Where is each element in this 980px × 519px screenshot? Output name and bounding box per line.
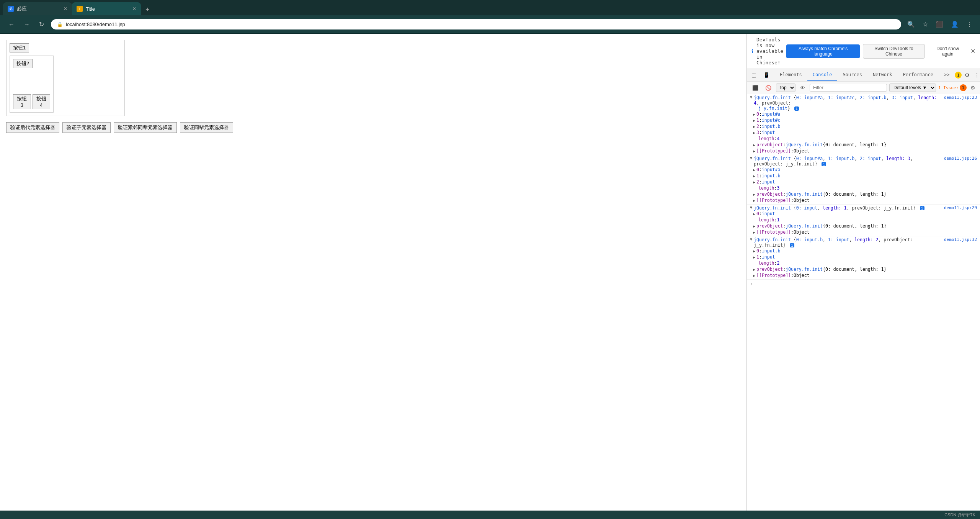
- expand-arrow-3[interactable]: ▼: [750, 237, 752, 241]
- devtools-tab-right: 1 ⚙ ⋮ ✕: [955, 70, 980, 80]
- bottom-buttons: 按钮3 按钮4: [13, 94, 50, 109]
- entry-header-3: ▼ jQuery.fn.init {0: input.b, 1: input, …: [750, 237, 977, 248]
- tab-title[interactable]: T Title ✕: [72, 2, 141, 15]
- prop-line-1-0: ▶0: input#a: [750, 167, 977, 173]
- console-entry-1: ▼ jQuery.fn.init {0: input#a, 1: input.b…: [747, 155, 980, 205]
- console-input-row: ›: [747, 280, 980, 288]
- devtools-panel: ℹ DevTools is now available in Chinese! …: [746, 34, 980, 511]
- action-btn-0[interactable]: 验证后代元素选择器: [6, 122, 59, 133]
- devtools-dock-left-button[interactable]: ⬛: [750, 84, 761, 92]
- menu-button[interactable]: ⋮: [965, 19, 974, 29]
- tab-favicon-title: T: [77, 6, 83, 12]
- console-output[interactable]: ▼ jQuery.fn.init {0: input#a, 1: input#c…: [747, 94, 980, 511]
- expand-arrow-0[interactable]: ▼: [750, 95, 752, 99]
- entry-source-0[interactable]: demo11.jsp:23: [944, 95, 977, 100]
- expand-arrow-2[interactable]: ▼: [750, 205, 752, 210]
- btn3[interactable]: 按钮3: [13, 94, 31, 109]
- entry-content-3: jQuery.fn.init {0: input.b, 1: input, le…: [754, 237, 944, 248]
- tab-close-bidu[interactable]: ✕: [64, 6, 67, 11]
- devtools-tab-icons: ⬚ 📱: [747, 70, 774, 80]
- back-button[interactable]: ←: [6, 20, 17, 29]
- tab-favicon-bidu: 必: [8, 6, 14, 12]
- entry-content-2: jQuery.fn.init {0: input, length: 1, pre…: [754, 205, 924, 211]
- prop-line-3-proto: ▶[[Prototype]]: Object: [750, 272, 977, 278]
- tab-console[interactable]: Console: [807, 69, 838, 81]
- action-btn-3[interactable]: 验证同辈元素选择器: [180, 122, 233, 133]
- prop-line-3-length: length: 2: [750, 260, 977, 266]
- tab-network[interactable]: Network: [867, 69, 898, 81]
- forward-button[interactable]: →: [21, 20, 32, 29]
- inner-box: 按钮2 按钮3 按钮4: [10, 56, 54, 113]
- new-tab-button[interactable]: +: [144, 4, 151, 15]
- entry-source-2[interactable]: demo11.jsp:29: [944, 205, 977, 210]
- tab-bidu[interactable]: 必 必应 ✕: [3, 2, 72, 15]
- expand-arrow-1[interactable]: ▼: [750, 156, 752, 160]
- issue-label: 1 Issue:: [938, 85, 959, 90]
- entry-source-3[interactable]: demo11.jsp:32: [944, 237, 977, 242]
- switch-devtools-button[interactable]: Switch DevTools to Chinese: [863, 44, 925, 59]
- inspect-element-button[interactable]: ⬚: [748, 70, 760, 80]
- eye-button[interactable]: 👁: [798, 84, 807, 92]
- prop-line-1-1: ▶1: input.b: [750, 173, 977, 179]
- console-settings-button[interactable]: ⚙: [969, 83, 977, 92]
- bookmark-button[interactable]: ☆: [921, 19, 929, 29]
- entry-content-1: jQuery.fn.init {0: input#a, 1: input.b, …: [754, 156, 944, 167]
- tab-performance[interactable]: Performance: [898, 69, 939, 81]
- profile-button[interactable]: 👤: [949, 19, 960, 29]
- main-area: 按钮1 按钮2 按钮3 按钮4 验证后代元素选择器 验证子元素选择器 验证紧邻同…: [0, 34, 980, 511]
- nav-bar: ← → ↻ 🔒 localhost:8080/demo11.jsp 🔍 ☆ ⬛ …: [0, 15, 980, 34]
- tab-sources[interactable]: Sources: [837, 69, 867, 81]
- more-menu-button[interactable]: ⋮: [973, 70, 980, 80]
- clear-console-button[interactable]: 🚫: [763, 84, 774, 92]
- prop-line-3-1: ▶1: input: [750, 254, 977, 260]
- notification-text: DevTools is now available in Chinese!: [756, 37, 783, 65]
- entry-badge-3: i: [790, 243, 794, 247]
- console-entry-3: ▼ jQuery.fn.init {0: input.b, 1: input, …: [747, 236, 980, 280]
- action-buttons: 验证后代元素选择器 验证子元素选择器 验证紧邻同辈元素选择器 验证同辈元素选择器: [6, 122, 740, 133]
- address-text: localhost:8080/demo11.jsp: [66, 21, 125, 27]
- tab-elements[interactable]: Elements: [774, 69, 807, 81]
- prop-line-1-length: length: 3: [750, 185, 977, 191]
- console-toolbar: ⬛ 🚫 top 👁 Default levels ▼ 1 Issue: 1 ⚙: [747, 82, 980, 94]
- btn4[interactable]: 按钮4: [33, 94, 51, 109]
- prop-line-0-3: ▶3: input: [750, 129, 977, 136]
- prop-line-0-0: ▶0: input#a: [750, 111, 977, 117]
- tab-more[interactable]: >>: [939, 69, 955, 81]
- prop-line-0-1: ▶1: input#c: [750, 117, 977, 123]
- tab-title-bidu: 必应: [17, 5, 27, 12]
- action-btn-2[interactable]: 验证紧邻同辈元素选择器: [114, 122, 177, 133]
- issue-badge: 1: [955, 72, 962, 79]
- entry-content-0: jQuery.fn.init {0: input#a, 1: input#c, …: [754, 95, 944, 111]
- devtools-tabs: ⬚ 📱 Elements Console Sources Network Per…: [747, 69, 980, 82]
- address-bar[interactable]: 🔒 localhost:8080/demo11.jsp: [51, 19, 901, 29]
- always-match-button[interactable]: Always match Chrome's language: [786, 44, 859, 58]
- console-prompt-icon: ›: [750, 281, 753, 287]
- notification-close-button[interactable]: ✕: [970, 47, 975, 55]
- action-btn-1[interactable]: 验证子元素选择器: [62, 122, 111, 133]
- entry-header-2: ▼ jQuery.fn.init {0: input, length: 1, p…: [750, 205, 977, 211]
- gear-button[interactable]: ⚙: [963, 70, 971, 80]
- prop-line-1-2: ▶2: input: [750, 179, 977, 185]
- entry-header-0: ▼ jQuery.fn.init {0: input#a, 1: input#c…: [750, 95, 977, 111]
- issue-count: 1 Issue: 1: [938, 84, 967, 91]
- filter-input[interactable]: [810, 84, 887, 92]
- prop-line-0-2: ▶2: input.b: [750, 123, 977, 129]
- reload-button[interactable]: ↻: [37, 19, 46, 29]
- entry-source-1[interactable]: demo11.jsp:26: [944, 156, 977, 161]
- levels-select[interactable]: Default levels ▼: [889, 83, 936, 92]
- prop-line-1-proto: ▶[[Prototype]]: Object: [750, 197, 977, 203]
- dont-show-again-button[interactable]: Don't show again: [928, 44, 967, 58]
- prop-line-0-length: length: 4: [750, 136, 977, 142]
- entry-header-1: ▼ jQuery.fn.init {0: input#a, 1: input.b…: [750, 156, 977, 167]
- btn2[interactable]: 按钮2: [13, 59, 33, 68]
- prop-line-0-prevobj: ▶prevObject: jQuery.fn.init {0: document…: [750, 142, 977, 148]
- lock-icon: 🔒: [57, 22, 63, 27]
- tab-close-title[interactable]: ✕: [132, 6, 136, 11]
- search-button[interactable]: 🔍: [906, 19, 916, 29]
- prop-line-2-0: ▶0: input: [750, 211, 977, 217]
- context-select[interactable]: top: [776, 83, 795, 92]
- extensions-button[interactable]: ⬛: [934, 19, 945, 29]
- btn1[interactable]: 按钮1: [10, 43, 29, 52]
- page-content: 按钮1 按钮2 按钮3 按钮4 验证后代元素选择器 验证子元素选择器 验证紧邻同…: [0, 34, 746, 511]
- device-toolbar-button[interactable]: 📱: [760, 70, 773, 80]
